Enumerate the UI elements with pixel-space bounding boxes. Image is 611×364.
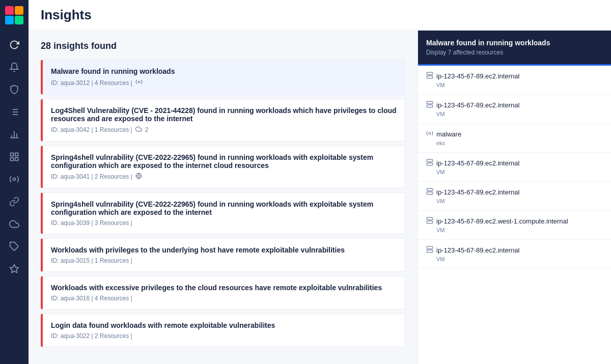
resource-name-3: malware [426,130,603,138]
insight-meta-text-7: ID: aqua-3022 | 2 Resources | [51,332,132,340]
resource-type-5: VM [426,198,603,204]
svg-rect-0 [5,6,14,15]
insight-meta-3: ID: aqua-3041 | 2 Resources | [51,173,397,181]
app-logo[interactable] [5,6,23,26]
svg-rect-2 [5,16,14,24]
server-icon-5 [426,188,433,197]
cloud-icon[interactable] [4,214,24,234]
insights-list-panel: 28 insights found Malware found in runni… [29,31,418,364]
resource-item-4[interactable]: ip-123-45-67-89.ec2.internal VM [418,153,611,182]
svg-rect-17 [11,158,14,161]
star-icon[interactable] [4,259,24,279]
server-icon-1 [426,72,433,80]
insight-card-1[interactable]: Malware found in running workloads ID: a… [41,60,405,95]
svg-rect-25 [427,76,433,78]
svg-rect-46 [427,250,433,253]
plugin-icon[interactable] [4,169,24,189]
page-header: Insights [29,0,611,31]
svg-rect-15 [15,153,18,156]
link-icon[interactable] [4,191,24,212]
alert-icon[interactable] [4,57,24,77]
content-area: 28 insights found Malware found in runni… [29,31,611,364]
resource-type-3: eks [426,140,603,146]
resource-name-7: ip-123-45-67-89.ec2.internal [426,246,603,255]
svg-point-18 [13,178,16,181]
svg-rect-3 [15,16,23,24]
insight-title-4: Spring4shell vulnrability (CVE-2022-2296… [51,200,397,216]
svg-rect-24 [427,72,433,75]
resource-name-5: ip-123-45-67-89.ec2.internal [426,188,603,197]
svg-rect-16 [15,158,18,161]
insight-title-3: Spring4shell vulnrability (CVE-2022-2296… [51,153,397,170]
resource-item-5[interactable]: ip-123-45-67-89.ec2.internal VM [418,182,611,211]
results-count: 28 insights found [41,41,405,51]
shield-icon[interactable] [4,79,24,100]
insight-meta-4: ID: aqua-3039 | 3 Resources | [51,219,397,227]
sidebar [0,0,29,364]
insight-meta-extra-2: 2 [145,126,149,133]
detail-panel-header: Malware found in running workloads Displ… [418,31,611,66]
main-area: Insights 28 insights found Malware found… [29,0,611,364]
chart-icon[interactable] [4,124,24,145]
resource-item-7[interactable]: ip-123-45-67-89.ec2.internal VM [418,240,611,269]
refresh-icon[interactable] [4,35,24,55]
svg-rect-34 [427,163,433,165]
svg-point-21 [138,81,140,83]
tag-icon[interactable] [4,236,24,257]
resource-name-2: ip-123-45-67-89.ec2.internal [426,101,603,109]
insight-meta-text-3: ID: aqua-3041 | 2 Resources | [51,173,132,180]
svg-rect-28 [427,101,433,104]
svg-rect-38 [427,192,433,194]
insight-meta-text-5: ID: aqua-3015 | 1 Resources | [51,257,132,264]
insight-meta-text-1: ID: aqua-3012 | 4 Resources | [51,79,132,87]
resource-item-3[interactable]: malware eks [418,124,611,153]
svg-rect-1 [15,6,23,15]
resource-type-4: VM [426,169,603,175]
detail-panel: Malware found in running workloads Displ… [418,31,611,364]
list-icon[interactable] [4,102,24,122]
insight-card-3[interactable]: Spring4shell vulnrability (CVE-2022-2296… [41,146,405,188]
svg-rect-37 [427,188,433,191]
insight-card-5[interactable]: Workloads with privileges to the underly… [41,238,405,272]
insight-title-2: Log4Shell Vulnerability (CVE - 2021-4422… [51,106,397,123]
server-icon-7 [426,246,433,255]
detail-panel-title: Malware found in running workloads [426,39,603,47]
resource-name-6: ip-123-45-67-89.ec2.west-1.compute.inter… [426,217,603,226]
resource-name-1: ip-123-45-67-89.ec2.internal [426,72,603,80]
insight-card-7[interactable]: Login data found workloads with remote e… [41,314,405,347]
insight-meta-text-2: ID: aqua-3042 | 1 Resources | [51,126,132,133]
insight-title-6: Workloads with excessive privileges to t… [51,284,397,292]
svg-point-32 [429,132,431,134]
detail-panel-subtitle: Display 7 affected resources [426,49,603,56]
insight-card-6[interactable]: Workloads with excessive privileges to t… [41,276,405,310]
cloud-icon-2 [135,126,142,134]
insight-card-2[interactable]: Log4Shell Vulnerability (CVE - 2021-4422… [41,99,405,142]
eks-icon-3 [426,130,433,138]
insight-title-7: Login data found workloads with remote e… [51,321,397,329]
resource-type-7: VM [426,256,603,262]
box-icon[interactable] [4,147,24,167]
svg-rect-29 [427,105,433,107]
insight-meta-text-6: ID: aqua-3016 | 4 Resources | [51,295,132,302]
resource-type-6: VM [426,227,603,233]
svg-rect-33 [427,159,433,162]
resource-item-6[interactable]: ip-123-45-67-89.ec2.west-1.compute.inter… [418,211,611,240]
server-icon-2 [426,101,433,109]
insight-title-1: Malware found in running workloads [51,67,397,75]
server-icon-6 [426,217,433,226]
server-icon-4 [426,159,433,167]
page-title: Insights [41,7,92,23]
svg-rect-41 [427,217,433,220]
resource-name-4: ip-123-45-67-89.ec2.internal [426,159,603,167]
resource-type-2: VM [426,111,603,117]
workload-icon-1 [135,78,143,87]
resource-item-1[interactable]: ip-123-45-67-89.ec2.internal VM [418,66,611,95]
insight-meta-1: ID: aqua-3012 | 4 Resources | [51,78,397,87]
resource-type-1: VM [426,82,603,88]
insight-title-5: Workloads with privileges to the underly… [51,246,397,254]
resource-item-2[interactable]: ip-123-45-67-89.ec2.internal VM [418,95,611,124]
svg-rect-14 [11,153,14,156]
svg-rect-42 [427,221,433,223]
insight-card-4[interactable]: Spring4shell vulnrability (CVE-2022-2296… [41,192,405,234]
insight-meta-text-4: ID: aqua-3039 | 3 Resources | [51,219,132,227]
